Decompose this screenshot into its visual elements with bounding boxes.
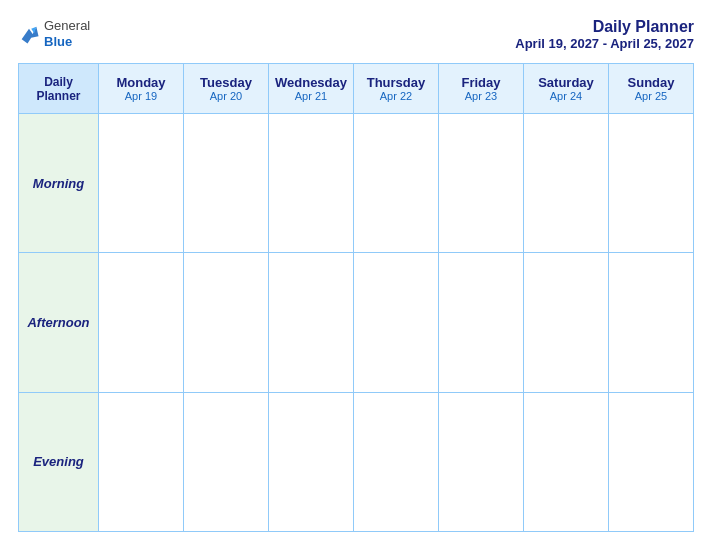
day-date-thu: Apr 22 (358, 90, 434, 102)
cell-afternoon-thu[interactable] (354, 253, 439, 392)
cell-morning-sat[interactable] (524, 114, 609, 253)
cell-afternoon-fri[interactable] (439, 253, 524, 392)
day-name-sun: Sunday (613, 75, 689, 90)
date-range: April 19, 2027 - April 25, 2027 (515, 36, 694, 51)
cell-morning-wed[interactable] (269, 114, 354, 253)
row-label-morning: Morning (19, 114, 99, 253)
header: General Blue Daily Planner April 19, 202… (18, 18, 694, 51)
cell-evening-sun[interactable] (609, 392, 694, 531)
day-name-fri: Friday (443, 75, 519, 90)
header-planner: Planner (36, 89, 80, 103)
logo-general: General (44, 18, 90, 34)
day-name-mon: Monday (103, 75, 179, 90)
cell-evening-fri[interactable] (439, 392, 524, 531)
day-date-sat: Apr 24 (528, 90, 604, 102)
planner-title: Daily Planner (515, 18, 694, 36)
header-friday: Friday Apr 23 (439, 64, 524, 114)
cell-morning-tue[interactable] (184, 114, 269, 253)
day-name-sat: Saturday (528, 75, 604, 90)
day-name-wed: Wednesday (273, 75, 349, 90)
cell-evening-tue[interactable] (184, 392, 269, 531)
page: General Blue Daily Planner April 19, 202… (0, 0, 712, 550)
row-morning: Morning (19, 114, 694, 253)
cell-morning-thu[interactable] (354, 114, 439, 253)
day-name-tue: Tuesday (188, 75, 264, 90)
day-date-fri: Apr 23 (443, 90, 519, 102)
row-label-evening: Evening (19, 392, 99, 531)
cell-afternoon-wed[interactable] (269, 253, 354, 392)
header-daily: Daily (44, 75, 73, 89)
cell-evening-wed[interactable] (269, 392, 354, 531)
day-date-tue: Apr 20 (188, 90, 264, 102)
header-monday: Monday Apr 19 (99, 64, 184, 114)
header-wednesday: Wednesday Apr 21 (269, 64, 354, 114)
cell-evening-mon[interactable] (99, 392, 184, 531)
logo-blue: Blue (44, 34, 90, 50)
day-name-thu: Thursday (358, 75, 434, 90)
day-date-mon: Apr 19 (103, 90, 179, 102)
cell-evening-sat[interactable] (524, 392, 609, 531)
row-afternoon: Afternoon (19, 253, 694, 392)
title-block: Daily Planner April 19, 2027 - April 25,… (515, 18, 694, 51)
header-sunday: Sunday Apr 25 (609, 64, 694, 114)
cell-afternoon-tue[interactable] (184, 253, 269, 392)
day-date-sun: Apr 25 (613, 90, 689, 102)
header-thursday: Thursday Apr 22 (354, 64, 439, 114)
cell-afternoon-sat[interactable] (524, 253, 609, 392)
header-tuesday: Tuesday Apr 20 (184, 64, 269, 114)
logo-text: General Blue (44, 18, 90, 49)
cell-morning-sun[interactable] (609, 114, 694, 253)
cell-morning-mon[interactable] (99, 114, 184, 253)
planner-table: Daily Planner Monday Apr 19 Tuesday Apr … (18, 63, 694, 532)
cell-evening-thu[interactable] (354, 392, 439, 531)
row-label-afternoon: Afternoon (19, 253, 99, 392)
header-label-cell: Daily Planner (19, 64, 99, 114)
logo-bird-icon (18, 23, 40, 45)
cell-afternoon-sun[interactable] (609, 253, 694, 392)
logo: General Blue (18, 18, 90, 49)
header-saturday: Saturday Apr 24 (524, 64, 609, 114)
cell-afternoon-mon[interactable] (99, 253, 184, 392)
svg-marker-0 (22, 26, 39, 43)
day-date-wed: Apr 21 (273, 90, 349, 102)
cell-morning-fri[interactable] (439, 114, 524, 253)
row-evening: Evening (19, 392, 694, 531)
